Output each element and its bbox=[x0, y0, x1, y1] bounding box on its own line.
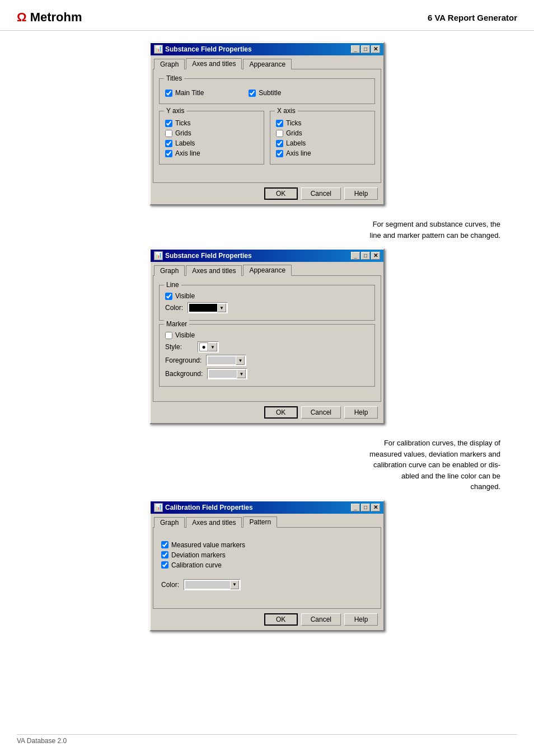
dialog2-footer: OK Cancel Help bbox=[151, 402, 383, 423]
measured-value-checkbox[interactable] bbox=[161, 541, 168, 548]
titles-group: Titles Main Title Subtitle bbox=[159, 78, 375, 104]
marker-fg-arrow[interactable]: ▼ bbox=[236, 356, 245, 365]
x-labels-checkbox[interactable] bbox=[276, 140, 283, 147]
deviation-checkbox[interactable] bbox=[161, 551, 168, 558]
y-labels-label: Labels bbox=[175, 139, 195, 147]
dialog1-icon: 📊 bbox=[154, 45, 163, 54]
dialog3-maximize-button[interactable]: □ bbox=[361, 504, 370, 511]
dialog2-help-button[interactable]: Help bbox=[344, 406, 378, 419]
line-visible-label: Visible bbox=[175, 292, 195, 300]
tab-graph[interactable]: Graph bbox=[154, 59, 185, 69]
y-ticks-checkbox[interactable] bbox=[165, 120, 172, 127]
line-visible-checkbox[interactable] bbox=[165, 293, 172, 300]
y-ticks-row: Ticks bbox=[165, 119, 258, 127]
dialog2-tab-graph[interactable]: Graph bbox=[154, 265, 185, 276]
measured-value-row: Measured value markers bbox=[161, 541, 373, 549]
deviation-label: Deviation markers bbox=[171, 551, 226, 559]
dialog3-tab-pattern[interactable]: Pattern bbox=[243, 516, 277, 528]
x-axisline-checkbox[interactable] bbox=[276, 150, 283, 157]
marker-style-label: Style: bbox=[165, 343, 182, 351]
y-grids-label: Grids bbox=[175, 129, 191, 137]
marker-style-dropdown[interactable]: ● ▼ bbox=[198, 341, 219, 353]
y-axisline-row: Axis line bbox=[165, 149, 258, 157]
dialog1-titlebar: 📊 Substance Field Properties _ □ ✕ bbox=[151, 43, 383, 55]
x-grids-checkbox[interactable] bbox=[276, 130, 283, 137]
dialog3-minimize-button[interactable]: _ bbox=[351, 504, 360, 511]
dialog3-title: Calibration Field Properties bbox=[165, 504, 253, 511]
main-title-checkbox[interactable] bbox=[165, 90, 172, 97]
line-color-dropdown[interactable]: ▼ bbox=[188, 302, 228, 313]
dialog2: 📊 Substance Field Properties _ □ ✕ Graph… bbox=[149, 248, 385, 424]
marker-visible-checkbox[interactable] bbox=[165, 332, 172, 339]
dialog3-tab-graph[interactable]: Graph bbox=[154, 517, 185, 528]
dialog2-maximize-button[interactable]: □ bbox=[361, 252, 370, 260]
x-ticks-row: Ticks bbox=[276, 119, 369, 127]
line-color-arrow[interactable]: ▼ bbox=[217, 303, 226, 312]
dialog3-cancel-button[interactable]: Cancel bbox=[301, 613, 341, 626]
subtitle-checkbox[interactable] bbox=[249, 90, 256, 97]
line-color-label: Color: bbox=[165, 304, 183, 312]
dialog2-cancel-button[interactable]: Cancel bbox=[301, 406, 341, 419]
y-grids-checkbox[interactable] bbox=[165, 130, 172, 137]
marker-fg-dropdown[interactable]: ▼ bbox=[206, 355, 246, 366]
page-header: Ω Metrohm 6 VA Report Generator bbox=[0, 0, 534, 31]
desc-text-1: For segment and substance curves, the li… bbox=[17, 211, 517, 248]
marker-visible-label: Visible bbox=[175, 331, 195, 339]
calibration-curve-checkbox[interactable] bbox=[161, 561, 168, 569]
y-labels-checkbox[interactable] bbox=[165, 140, 172, 147]
marker-style-arrow[interactable]: ▼ bbox=[208, 342, 217, 351]
dialog3-help-button[interactable]: Help bbox=[344, 613, 378, 626]
calib-color-arrow[interactable]: ▼ bbox=[230, 580, 239, 589]
marker-visible-row: Visible bbox=[165, 331, 369, 339]
main-title-label: Main Title bbox=[175, 89, 204, 97]
dialog1-titlebar-buttons[interactable]: _ □ ✕ bbox=[351, 45, 380, 53]
marker-bg-dropdown[interactable]: ▼ bbox=[207, 368, 247, 379]
calibration-curve-row: Calibration curve bbox=[161, 561, 373, 569]
close-button[interactable]: ✕ bbox=[371, 45, 380, 53]
y-axisline-label: Axis line bbox=[175, 149, 200, 157]
x-grids-label: Grids bbox=[286, 129, 302, 137]
dialog1-cancel-button[interactable]: Cancel bbox=[301, 187, 341, 200]
x-labels-row: Labels bbox=[276, 139, 369, 147]
marker-fg-swatch bbox=[208, 356, 236, 364]
dialog1-ok-button[interactable]: OK bbox=[264, 187, 298, 200]
x-labels-label: Labels bbox=[286, 139, 306, 147]
marker-bg-row: Background: ▼ bbox=[165, 368, 369, 379]
dialog2-tab-axes[interactable]: Axes and titles bbox=[186, 265, 242, 276]
dialog2-tab-bar: Graph Axes and titles Appearance bbox=[151, 262, 383, 275]
dialog2-close-button[interactable]: ✕ bbox=[371, 252, 380, 260]
dialog2-tab-appearance[interactable]: Appearance bbox=[243, 265, 292, 276]
dialog3: 📊 Calibration Field Properties _ □ ✕ Gra… bbox=[149, 500, 385, 631]
dialog3-titlebar-buttons[interactable]: _ □ ✕ bbox=[351, 504, 380, 511]
logo: Ω Metrohm bbox=[17, 10, 82, 25]
minimize-button[interactable]: _ bbox=[351, 45, 360, 53]
marker-bg-arrow[interactable]: ▼ bbox=[237, 369, 246, 378]
calib-color-row: Color: ▼ bbox=[161, 579, 373, 590]
dialog2-title: Substance Field Properties bbox=[165, 252, 252, 260]
y-axisline-checkbox[interactable] bbox=[165, 150, 172, 157]
dialog1-title-left: 📊 Substance Field Properties bbox=[154, 45, 252, 54]
dialog2-titlebar-buttons[interactable]: _ □ ✕ bbox=[351, 252, 380, 260]
calibration-curve-label: Calibration curve bbox=[171, 561, 222, 569]
calib-color-label: Color: bbox=[161, 581, 179, 589]
x-grids-row: Grids bbox=[276, 129, 369, 137]
dialog2-content: Line Visible Color: ▼ bbox=[153, 275, 381, 402]
tab-axes-and-titles[interactable]: Axes and titles bbox=[186, 58, 242, 69]
calib-color-dropdown[interactable]: ▼ bbox=[184, 579, 241, 590]
dialog3-tab-axes[interactable]: Axes and titles bbox=[186, 517, 242, 528]
dialog3-close-button[interactable]: ✕ bbox=[371, 504, 380, 511]
axis-groups: Y axis Ticks Grids bbox=[159, 107, 375, 168]
dialog3-title-left: 📊 Calibration Field Properties bbox=[154, 503, 253, 512]
dialog3-tab-bar: Graph Axes and titles Pattern bbox=[151, 514, 383, 527]
line-group: Line Visible Color: ▼ bbox=[159, 285, 375, 321]
dialog1-help-button[interactable]: Help bbox=[344, 187, 378, 200]
x-ticks-checkbox[interactable] bbox=[276, 120, 283, 127]
main-title-row: Main Title bbox=[165, 89, 204, 97]
dialog3-icon: 📊 bbox=[154, 503, 163, 512]
marker-bg-swatch bbox=[209, 370, 237, 378]
dialog2-minimize-button[interactable]: _ bbox=[351, 252, 360, 260]
maximize-button[interactable]: □ bbox=[361, 45, 370, 53]
dialog3-ok-button[interactable]: OK bbox=[264, 613, 298, 626]
dialog2-ok-button[interactable]: OK bbox=[264, 406, 298, 419]
tab-appearance[interactable]: Appearance bbox=[243, 59, 292, 69]
